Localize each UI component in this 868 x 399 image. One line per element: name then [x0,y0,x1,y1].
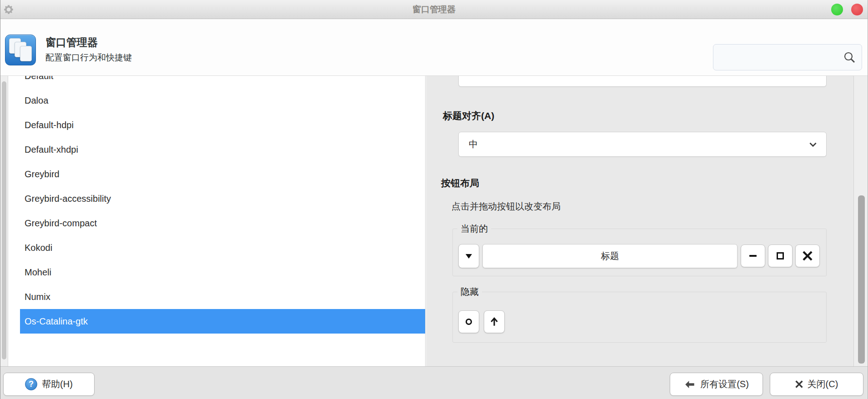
back-arrow-icon [684,379,696,390]
chevron-down-icon [808,76,818,77]
maximize-window-button[interactable] [831,4,843,15]
title-font-combo[interactable]: Noto Sans Bold [458,76,827,87]
up-arrow-icon [489,317,499,327]
layout-shade-button[interactable] [458,310,479,333]
help-icon: ? [25,378,37,390]
layout-menu-button[interactable] [458,244,479,268]
theme-list-item[interactable]: Default-hdpi [20,113,425,137]
theme-list-item[interactable]: Kokodi [20,235,425,260]
theme-list-item[interactable]: Greybird [20,162,425,186]
close-button-label: 关闭(C) [808,378,838,390]
layout-maximize-button[interactable] [768,244,793,267]
search-box [713,44,862,70]
dialog-content: DefaultDaloaDefault-hdpiDefault-xhdpiGre… [0,76,868,366]
help-button-label: 帮助(H) [42,378,73,390]
all-settings-label: 所有设置(S) [700,378,749,390]
current-frame-label: 当前的 [457,223,491,235]
page-title: 窗口管理器 [45,35,98,50]
footer-bar: ? 帮助(H) 所有设置(S) 关闭(C) [0,366,868,399]
layout-stick-button[interactable] [484,310,505,333]
theme-list-item[interactable]: Default-xhdpi [20,137,425,162]
dialog-header: 窗口管理器 配置窗口行为和快捷键 [0,19,868,76]
layout-title-label: 标题 [601,250,619,262]
menu-triangle-icon [466,254,472,259]
theme-list-item[interactable]: Default [20,76,425,88]
window-titlebar[interactable]: 窗口管理器 [0,0,868,19]
layout-minimize-button[interactable] [741,244,765,267]
window-manager-dialog: 窗口管理器 窗口管理器 配置窗口行为和快捷键 DefaultDaloaDefau… [0,0,868,399]
theme-list-scrollbar-thumb[interactable] [2,81,6,359]
close-x-icon [803,251,813,261]
window-title: 窗口管理器 [0,0,868,19]
button-layout-hint: 点击并拖动按钮以改变布局 [452,200,561,213]
title-align-combo[interactable]: 中 [458,132,827,157]
theme-list-item[interactable]: Daloa [20,88,425,113]
title-align-value: 中 [469,132,478,156]
theme-list-item[interactable]: Greybird-accessibility [20,186,425,211]
magnifier-icon [843,51,856,65]
maximize-icon [777,252,784,259]
close-window-button[interactable] [851,4,863,15]
close-button[interactable]: 关闭(C) [770,373,863,396]
theme-list: DefaultDaloaDefault-hdpiDefault-xhdpiGre… [8,76,426,366]
theme-list-item[interactable]: Os-Catalina-gtk [20,309,425,334]
theme-list-item[interactable]: Moheli [20,260,425,284]
shade-circle-icon [466,319,472,325]
chevron-down-icon [808,140,818,150]
layout-title-button[interactable]: 标题 [482,244,738,268]
all-settings-button[interactable]: 所有设置(S) [670,373,763,396]
help-button[interactable]: ? 帮助(H) [3,373,95,396]
layout-close-button[interactable] [795,244,820,267]
theme-list-item[interactable]: Greybird-compact [20,211,425,235]
settings-panel-scrollbar[interactable] [853,76,868,366]
hidden-frame-label: 隐藏 [457,286,482,298]
title-align-label: 标题对齐(A) [443,110,494,122]
settings-panel: Noto Sans Bold 标题对齐(A) 中 按钮布局 点击并拖动按钮以改变… [426,76,854,366]
button-layout-label: 按钮布局 [441,177,479,190]
window-manager-icon [5,35,36,65]
page-subtitle: 配置窗口行为和快捷键 [45,52,132,64]
close-x-icon [795,380,803,388]
minimize-icon [749,255,757,257]
theme-list-scrollbar[interactable] [0,76,8,366]
hidden-layout-frame: 隐藏 [452,292,827,343]
current-layout-frame: 当前的 标题 [452,229,827,276]
settings-panel-scrollbar-thumb[interactable] [858,195,865,364]
search-input[interactable] [719,45,842,70]
theme-list-item[interactable]: Numix [20,284,425,309]
